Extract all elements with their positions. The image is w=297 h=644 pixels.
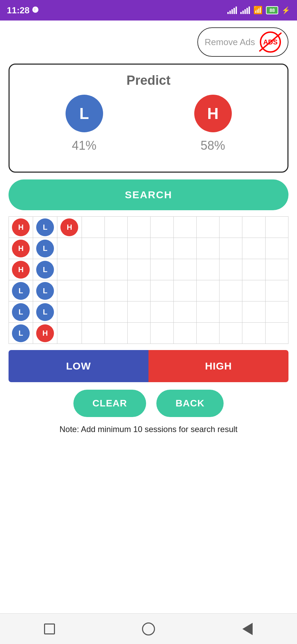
grid-cell[interactable] (173, 217, 196, 238)
low-circle: L (36, 261, 54, 279)
grid-cell[interactable]: H (9, 259, 33, 280)
signal-bars-2 (240, 6, 250, 14)
bottom-nav (0, 613, 297, 644)
grid-cell[interactable] (242, 323, 265, 344)
search-button[interactable]: SEARCH (9, 179, 288, 210)
grid-cell[interactable]: L (9, 301, 33, 323)
grid-cell[interactable]: L (33, 280, 57, 301)
grid-cell[interactable] (104, 259, 127, 280)
grid-cell[interactable] (196, 323, 219, 344)
grid-cell[interactable]: L (33, 259, 57, 280)
grid-cell[interactable] (196, 238, 219, 259)
grid-cell[interactable] (151, 259, 173, 280)
grid-cell[interactable] (82, 280, 104, 301)
grid-cell[interactable] (128, 323, 151, 344)
grid-cell[interactable] (82, 238, 104, 259)
grid-cell[interactable]: H (9, 217, 33, 238)
grid-cell[interactable] (57, 238, 82, 259)
status-time: 11:28 (7, 5, 30, 16)
grid-cell[interactable] (82, 301, 104, 323)
grid-cell[interactable] (242, 217, 265, 238)
grid-cell[interactable] (173, 280, 196, 301)
grid-cell[interactable] (220, 217, 242, 238)
grid-cell[interactable] (265, 280, 288, 301)
grid-cell[interactable] (173, 238, 196, 259)
grid-cell[interactable] (128, 301, 151, 323)
grid-cell[interactable] (242, 259, 265, 280)
grid-cell[interactable] (242, 301, 265, 323)
low-button[interactable]: LOW (9, 350, 148, 382)
table-row: LL (9, 301, 288, 323)
grid-cell[interactable] (220, 238, 242, 259)
predict-low-circle: L (66, 95, 103, 132)
lh-button-group: LOW HIGH (9, 350, 288, 382)
grid-cell[interactable] (220, 323, 242, 344)
grid-cell[interactable]: L (9, 323, 33, 344)
grid-cell[interactable] (196, 259, 219, 280)
grid-cell[interactable] (104, 280, 127, 301)
grid-cell[interactable]: H (9, 238, 33, 259)
grid-cell[interactable] (173, 323, 196, 344)
grid-cell[interactable] (151, 280, 173, 301)
grid-cell[interactable] (104, 217, 127, 238)
grid-cell[interactable] (128, 238, 151, 259)
high-button[interactable]: HIGH (148, 350, 288, 382)
grid-cell[interactable] (151, 238, 173, 259)
grid-cell[interactable] (265, 301, 288, 323)
grid-cell[interactable] (151, 323, 173, 344)
grid-cell[interactable] (57, 259, 82, 280)
high-circle: H (60, 218, 78, 236)
grid-cell[interactable] (242, 280, 265, 301)
grid-cell[interactable]: L (9, 280, 33, 301)
grid-cell[interactable] (220, 259, 242, 280)
nav-back-icon[interactable] (241, 622, 254, 636)
grid-cell[interactable] (128, 259, 151, 280)
grid-cell[interactable] (128, 280, 151, 301)
grid-cell[interactable] (151, 301, 173, 323)
grid-cell[interactable]: L (33, 217, 57, 238)
grid-cell[interactable] (265, 323, 288, 344)
grid-cell[interactable] (104, 238, 127, 259)
grid-cell[interactable] (57, 323, 82, 344)
grid-cell[interactable]: H (33, 323, 57, 344)
grid-cell[interactable] (196, 217, 219, 238)
note-text: Note: Add minimum 10 sessions for search… (9, 425, 288, 434)
nav-square-icon[interactable] (43, 622, 56, 636)
grid-cell[interactable] (57, 280, 82, 301)
grid-cell[interactable] (128, 217, 151, 238)
ads-icon: ADS (260, 31, 281, 53)
grid-cell[interactable] (220, 280, 242, 301)
predict-high-pct: 58% (200, 138, 225, 153)
grid-cell[interactable] (151, 217, 173, 238)
grid-cell[interactable]: L (33, 301, 57, 323)
grid-cell[interactable] (82, 323, 104, 344)
grid-cell[interactable] (173, 259, 196, 280)
low-circle: L (12, 303, 30, 321)
table-row: LH (9, 323, 288, 344)
clear-button[interactable]: CLEAR (73, 390, 146, 417)
square-icon (44, 623, 55, 634)
grid-cell[interactable] (265, 217, 288, 238)
nav-home-icon[interactable] (142, 622, 155, 636)
grid-cell[interactable] (173, 301, 196, 323)
grid-cell[interactable] (82, 217, 104, 238)
predict-high-circle: H (194, 95, 232, 132)
grid-cell[interactable] (220, 301, 242, 323)
grid-cell[interactable] (104, 323, 127, 344)
predict-high-item: H 58% (194, 95, 232, 153)
signal-bars-1 (227, 6, 237, 14)
grid-cell[interactable] (82, 259, 104, 280)
back-button[interactable]: BACK (156, 390, 224, 417)
grid-cell[interactable] (242, 238, 265, 259)
circle-nav-icon (142, 622, 155, 635)
predict-circles: L 41% H 58% (20, 95, 277, 153)
grid-cell[interactable]: H (57, 217, 82, 238)
remove-ads-button[interactable]: Remove Ads ADS (197, 27, 288, 57)
grid-cell[interactable] (265, 259, 288, 280)
grid-cell[interactable] (265, 238, 288, 259)
grid-cell[interactable] (57, 301, 82, 323)
grid-cell[interactable] (104, 301, 127, 323)
grid-cell[interactable] (196, 280, 219, 301)
grid-cell[interactable] (196, 301, 219, 323)
grid-cell[interactable]: L (33, 238, 57, 259)
